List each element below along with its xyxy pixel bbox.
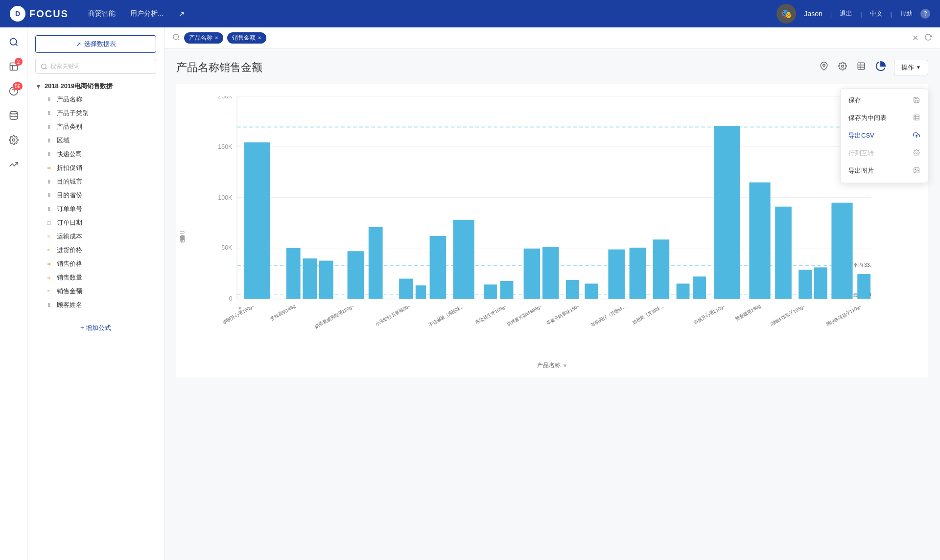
field-item-guke-xingming[interactable]: Ⅱ 顾客姓名 bbox=[43, 298, 156, 312]
keyword-search-box[interactable]: 搜索关键词 bbox=[35, 59, 156, 74]
bar-1[interactable] bbox=[244, 142, 270, 299]
svg-text:甘萌四仔（芝饼味…: 甘萌四仔（芝饼味… bbox=[589, 303, 628, 327]
svg-point-0 bbox=[10, 39, 16, 45]
bar-20[interactable] bbox=[749, 183, 770, 299]
bar-3b[interactable] bbox=[369, 227, 383, 299]
dropdown-item-export-image[interactable]: 导出图片 bbox=[841, 162, 928, 180]
logo-icon: D bbox=[10, 6, 25, 22]
bar-17[interactable] bbox=[677, 283, 690, 299]
field-item-jinghuo-jiage[interactable]: ≈ 进货价格 bbox=[43, 243, 156, 257]
settings-icon[interactable] bbox=[836, 60, 849, 75]
svg-line-10 bbox=[46, 68, 47, 69]
field-item-dingdan-danhao[interactable]: Ⅱ 订单单号 bbox=[43, 202, 156, 216]
help-badge: 56 bbox=[13, 82, 22, 90]
bar-9[interactable] bbox=[500, 281, 514, 299]
svg-rect-15 bbox=[858, 63, 865, 70]
bar-12[interactable] bbox=[566, 280, 579, 299]
lang-btn[interactable]: 中文 bbox=[870, 9, 883, 18]
tag-xiaoshou-jine[interactable]: 销售金额 ✕ bbox=[227, 32, 266, 44]
tag-close-icon[interactable]: ✕ bbox=[214, 35, 218, 41]
help-link[interactable]: 帮助 bbox=[900, 9, 913, 18]
field-item-xiaoshou-jine[interactable]: ≈ 销售金额 bbox=[43, 284, 156, 298]
field-measure-icon: ≈ bbox=[45, 260, 53, 267]
pie-chart-icon[interactable] bbox=[873, 59, 888, 76]
search-refresh-btn[interactable] bbox=[924, 33, 932, 43]
field-item-kuaidi[interactable]: Ⅱ 快递公司 bbox=[43, 147, 156, 161]
bar-21[interactable] bbox=[775, 207, 792, 299]
bar-15[interactable] bbox=[630, 248, 646, 299]
field-item-xiaoshou-jiage[interactable]: ≈ 销售价格 bbox=[43, 257, 156, 271]
bar-5[interactable] bbox=[416, 285, 426, 299]
chart-container: 销售金额(总和) 0 50K bbox=[176, 84, 928, 377]
svg-rect-19 bbox=[914, 115, 919, 120]
svg-text:奶香夏威夷混果280g~: 奶香夏威夷混果280g~ bbox=[313, 303, 355, 329]
field-item-yunshu-chengben[interactable]: ≈ 运输成本 bbox=[43, 230, 156, 243]
bar-14[interactable] bbox=[608, 250, 625, 299]
pin-icon[interactable] bbox=[818, 60, 830, 75]
sidebar-icon-database[interactable] bbox=[4, 106, 24, 125]
bar-13[interactable] bbox=[585, 283, 598, 299]
help-question-btn[interactable]: ? bbox=[920, 9, 930, 19]
field-text-icon: Ⅱ bbox=[45, 110, 53, 117]
sidebar-icon-chart[interactable]: 2 bbox=[4, 57, 24, 76]
bar-7[interactable] bbox=[453, 220, 474, 299]
bar-25[interactable] bbox=[857, 274, 870, 299]
bar-3[interactable] bbox=[348, 251, 364, 299]
svg-text:150K: 150K bbox=[218, 143, 232, 150]
table-group-name: 2018 2019电商销售数据 bbox=[45, 82, 113, 91]
field-item-dingdan-riqi[interactable]: □ 订单日期 bbox=[43, 216, 156, 230]
bar-22[interactable] bbox=[799, 270, 812, 299]
field-item-mudi-shengfen[interactable]: Ⅱ 目的省份 bbox=[43, 188, 156, 202]
dropdown-item-save-table[interactable]: 保存为中间表 bbox=[841, 109, 928, 127]
operate-dropdown-btn[interactable]: 操作 ▼ bbox=[894, 60, 928, 75]
select-table-btn[interactable]: ↗ 选择数据表 bbox=[35, 35, 156, 53]
sidebar-icon-settings[interactable] bbox=[4, 130, 24, 150]
bar-18[interactable] bbox=[693, 277, 706, 299]
bar-2b[interactable] bbox=[303, 258, 317, 299]
sidebar-icon-trending[interactable] bbox=[4, 155, 24, 174]
bar-11[interactable] bbox=[542, 247, 559, 299]
bar-10[interactable] bbox=[524, 249, 540, 299]
field-item-chanpin-mingcheng[interactable]: Ⅱ 产品名称 bbox=[43, 93, 156, 106]
field-item-xiaoshou-shuliang[interactable]: ≈ 销售数量 bbox=[43, 271, 156, 284]
top-navigation: D FOCUS 商贸智能 用户分析... ↗ 🎭 Jason | 退出 | 中文… bbox=[0, 0, 940, 27]
field-text-icon: Ⅱ bbox=[45, 96, 53, 103]
bar-2[interactable] bbox=[286, 248, 301, 299]
sidebar-icon-search[interactable] bbox=[4, 32, 24, 52]
nav-link-shangmao[interactable]: 商贸智能 bbox=[88, 9, 116, 19]
bar-23[interactable] bbox=[814, 267, 827, 299]
svg-text:洁梅味西瓜子105g~: 洁梅味西瓜子105g~ bbox=[769, 303, 806, 327]
bar-2c[interactable] bbox=[319, 261, 333, 299]
bar-19[interactable] bbox=[714, 126, 740, 299]
svg-text:手造麻薯（原图味…: 手造麻薯（原图味… bbox=[427, 303, 466, 327]
table-view-icon[interactable] bbox=[855, 60, 868, 75]
bar-4[interactable] bbox=[399, 279, 413, 299]
field-text-icon: Ⅱ bbox=[45, 206, 53, 212]
svg-text:淮盐花生米100g~: 淮盐花生米100g~ bbox=[474, 303, 508, 325]
dropdown-item-export-csv[interactable]: 导出CSV bbox=[841, 127, 928, 144]
main-content: 产品名称 ✕ 销售金额 ✕ ✕ 产品名称销售金额 bbox=[164, 27, 940, 560]
search-close-btn[interactable]: ✕ bbox=[912, 33, 918, 43]
nav-external-icon[interactable]: ↗ bbox=[178, 9, 185, 19]
tag-close-icon[interactable]: ✕ bbox=[258, 35, 261, 41]
field-measure-icon: ≈ bbox=[45, 274, 53, 281]
field-text-icon: Ⅱ bbox=[45, 179, 53, 185]
bar-16[interactable] bbox=[653, 239, 670, 299]
bar-6[interactable] bbox=[430, 236, 446, 299]
table-group-header[interactable]: ▼ 2018 2019电商销售数据 bbox=[35, 80, 156, 93]
nav-link-yonghu[interactable]: 用户分析... bbox=[130, 9, 164, 19]
field-item-chanpin-zilaibei[interactable]: Ⅱ 产品子类别 bbox=[43, 106, 156, 120]
field-item-zhekou[interactable]: ≈ 折扣促销 bbox=[43, 161, 156, 175]
field-item-mudi-chengshi[interactable]: Ⅱ 目的城市 bbox=[43, 175, 156, 188]
chart-header: 产品名称销售金额 操作 ▼ bbox=[176, 59, 928, 76]
sidebar-icon-help[interactable]: 56 bbox=[4, 81, 24, 101]
field-item-chanpin-leibie[interactable]: Ⅱ 产品类别 bbox=[43, 120, 156, 134]
dropdown-item-save[interactable]: 保存 bbox=[841, 92, 928, 109]
add-formula-btn[interactable]: + 增加公式 bbox=[35, 320, 156, 336]
tag-chanpin-mingcheng[interactable]: 产品名称 ✕ bbox=[184, 32, 223, 44]
svg-text:自然开心果210g~: 自然开心果210g~ bbox=[693, 303, 727, 325]
field-item-quyu[interactable]: Ⅱ 区域 bbox=[43, 134, 156, 147]
bar-24[interactable] bbox=[831, 203, 852, 299]
logout-btn[interactable]: 退出 bbox=[840, 9, 852, 18]
bar-8[interactable] bbox=[484, 284, 497, 299]
